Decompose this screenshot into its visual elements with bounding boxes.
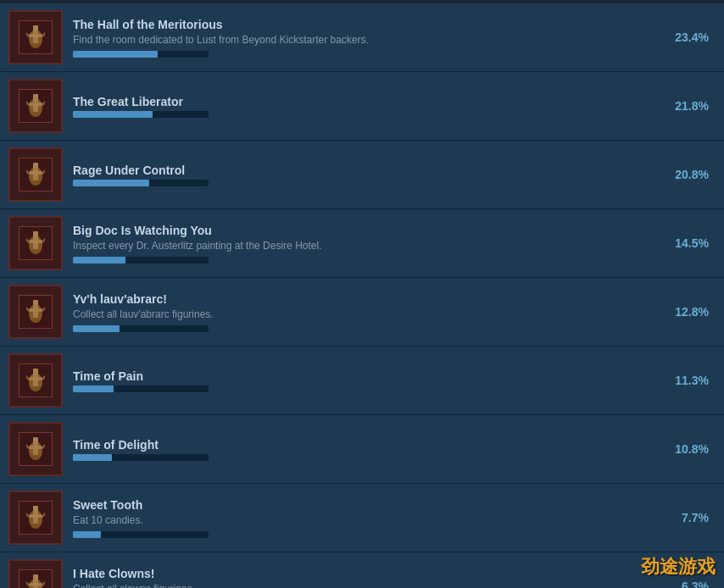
achievement-row[interactable]: The Hall of the MeritoriousFind the room… [0,3,724,72]
achievement-icon [8,422,63,476]
achievement-list: The Hall of the MeritoriousFind the room… [0,0,724,588]
achievement-percent: 14.5% [669,236,716,250]
svg-rect-25 [33,236,38,249]
achievement-row[interactable]: I Hate Clowns!Collect all clowns figurin… [0,552,724,588]
achievement-row[interactable]: Yv'h lauv'abrarc!Collect all lauv'abrarc… [0,278,724,347]
svg-rect-4 [33,30,38,43]
achievement-content: I Hate Clowns!Collect all clowns figurin… [73,567,669,589]
progress-bar-fill [73,325,120,332]
achievement-percent: 21.8% [669,99,716,113]
achievement-percent: 6.3% [669,580,716,588]
progress-bar-container [73,257,209,263]
achievement-icon [8,285,63,339]
svg-point-5 [31,43,40,48]
achievement-content: Time of Delight [73,438,669,461]
achievement-content: Rage Under Control [73,164,669,186]
achievement-title: Sweet Tooth [73,498,669,512]
achievement-description: Find the room dedicated to Lust from Bey… [73,34,669,46]
svg-rect-46 [33,441,38,455]
progress-bar-container [73,454,209,461]
progress-bar-fill [73,454,112,461]
progress-bar-fill [73,531,101,538]
progress-bar-container [73,51,209,58]
achievement-row[interactable]: Rage Under Control20.8% [0,141,724,209]
achievement-icon [8,491,63,545]
svg-point-40 [31,386,40,391]
achievement-content: Time of Pain [73,369,669,392]
achievement-percent: 7.7% [669,511,716,524]
watermark: 劲途游戏 [641,554,716,580]
achievement-icon [8,216,63,270]
achievement-description: Collect all lauv'abrarc figurines. [73,308,669,320]
progress-bar-fill [73,180,149,186]
svg-point-47 [31,455,40,460]
achievement-row[interactable]: Time of Pain11.3% [0,347,724,415]
progress-bar-fill [73,386,114,392]
achievement-title: Rage Under Control [73,164,669,177]
achievement-content: Sweet ToothEat 10 candies. [73,498,669,538]
achievement-percent: 10.8% [669,442,716,456]
progress-bar-container [73,180,209,186]
progress-bar-fill [73,257,125,263]
achievement-title: Big Doc Is Watching You [73,224,669,237]
achievement-icon [8,79,63,133]
achievement-description: Inspect every Dr. Austerlitz painting at… [73,240,669,252]
achievement-content: Big Doc Is Watching YouInspect every Dr.… [73,224,669,263]
achievement-description: Collect all clowns figurines. [73,583,669,589]
achievement-row[interactable]: Big Doc Is Watching YouInspect every Dr.… [0,209,724,278]
svg-rect-32 [33,304,38,318]
achievement-percent: 20.8% [669,168,716,181]
svg-point-12 [31,112,40,117]
achievement-description: Eat 10 candies. [73,514,669,526]
achievement-title: I Hate Clowns! [73,567,669,580]
achievement-title: The Hall of the Meritorious [73,18,669,31]
achievement-content: Yv'h lauv'abrarc!Collect all lauv'abrarc… [73,292,669,332]
progress-bar-fill [73,111,153,118]
progress-bar-container [73,325,209,332]
achievement-content: The Great Liberator [73,95,669,118]
progress-bar-container [73,531,209,538]
achievement-row[interactable]: Time of Delight10.8% [0,415,724,484]
svg-rect-11 [33,98,38,112]
achievement-icon [8,147,63,202]
achievement-row[interactable]: Sweet ToothEat 10 candies.7.7% [0,484,724,552]
achievement-icon [8,10,63,64]
progress-bar-container [73,386,209,392]
svg-point-19 [31,180,40,186]
svg-point-26 [31,249,40,254]
svg-rect-53 [33,510,38,524]
svg-point-33 [31,318,40,323]
achievement-content: The Hall of the MeritoriousFind the room… [73,18,669,58]
progress-bar-fill [73,51,158,58]
achievement-title: Yv'h lauv'abrarc! [73,292,669,306]
achievement-percent: 11.3% [669,374,716,387]
achievement-percent: 23.4% [669,31,716,44]
achievement-percent: 12.8% [669,305,716,319]
achievement-title: The Great Liberator [73,95,669,108]
achievement-row[interactable]: The Great Liberator21.8% [0,72,724,141]
achievement-icon [8,353,63,408]
svg-rect-39 [33,373,38,386]
achievement-title: Time of Delight [73,438,669,452]
svg-rect-60 [33,579,38,588]
achievement-title: Time of Pain [73,369,669,383]
progress-bar-container [73,111,209,118]
achievement-icon [8,559,63,588]
svg-rect-18 [33,167,38,180]
svg-point-54 [31,524,40,529]
